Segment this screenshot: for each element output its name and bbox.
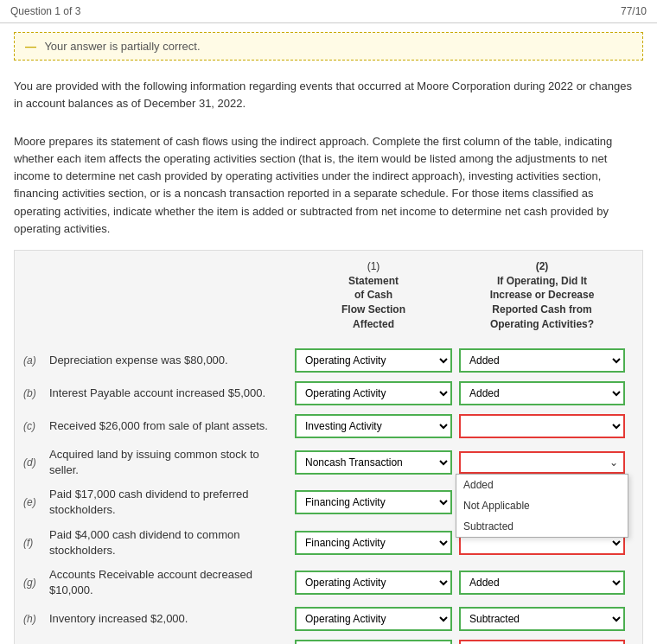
op-section-cell: AddedNot ApplicableSubtracted [456, 571, 628, 595]
op-menu-item[interactable]: Subtracted [456, 516, 628, 537]
col-op-header: (2) If Operating, Did It Increase or Dec… [456, 259, 628, 332]
op-section-select[interactable]: AddedNot ApplicableSubtracted [459, 640, 625, 644]
op-section-cell: AddedNot ApplicableSubtracted [456, 381, 628, 405]
cf-section-select[interactable]: Operating ActivityInvesting ActivityFina… [295, 531, 452, 555]
col2-line1: If Operating, Did It [497, 275, 587, 287]
row-description: Inventory increased $2,000. [49, 611, 291, 627]
cf-section-select[interactable]: Operating ActivityInvesting ActivityFina… [295, 640, 452, 644]
op-section-select[interactable]: AddedNot ApplicableSubtracted [459, 348, 625, 373]
table-row: (c)Received $26,000 from sale of plant a… [23, 410, 634, 443]
minus-icon: — [25, 40, 36, 53]
op-section-cell: AddedNot ApplicableSubtracted [456, 607, 628, 631]
table-row: (a)Depreciation expense was $80,000.Oper… [23, 344, 634, 377]
col1-line2: of Cash [354, 289, 392, 301]
col-cf-header: (1) Statement of Cash Flow Section Affec… [291, 259, 456, 332]
table-row: (d)Acquired land by issuing common stock… [23, 443, 634, 482]
op-section-cell: AddedNot ApplicableSubtracted [456, 348, 628, 373]
op-section-select[interactable]: AddedNot ApplicableSubtracted [459, 607, 625, 631]
row-description: Depreciation expense was $80,000. [49, 353, 291, 368]
cf-section-cell: Operating ActivityInvesting ActivityFina… [291, 348, 456, 373]
col1-line3: Flow Section [341, 303, 405, 316]
row-description: Received $26,000 from sale of plant asse… [49, 418, 291, 434]
row-description: Accounts Receivable account decreased $1… [49, 567, 291, 598]
banner-text: Your answer is partially correct. [44, 40, 200, 53]
table-row: (i)Received $100,000 from issuing bonds … [23, 635, 634, 644]
row-letter: (g) [23, 577, 49, 589]
cf-section-select[interactable]: Operating ActivityInvesting ActivityFina… [295, 450, 452, 475]
col-label-header [23, 259, 291, 332]
question-label: Question 1 of 3 [10, 5, 80, 17]
cf-section-cell: Operating ActivityInvesting ActivityFina… [291, 640, 456, 644]
col2-num: (2) [536, 260, 549, 272]
table-row: (g)Accounts Receivable account decreased… [23, 563, 634, 603]
op-section-select[interactable]: AddedNot ApplicableSubtracted [459, 571, 625, 595]
op-section-cell: AddedNot ApplicableSubtracted [456, 640, 628, 644]
cf-section-select[interactable]: Operating ActivityInvesting ActivityFina… [295, 348, 452, 373]
op-section-select[interactable]: AddedNot ApplicableSubtracted [459, 414, 625, 438]
cf-section-cell: Operating ActivityInvesting ActivityFina… [291, 450, 456, 475]
op-section-cell: ⌄AddedNot ApplicableSubtracted [456, 451, 628, 474]
row-letter: (a) [23, 354, 49, 367]
table-header: (1) Statement of Cash Flow Section Affec… [23, 259, 634, 337]
cf-section-select[interactable]: Operating ActivityInvesting ActivityFina… [295, 490, 452, 514]
cf-section-cell: Operating ActivityInvesting ActivityFina… [291, 607, 456, 631]
row-letter: (e) [23, 496, 49, 508]
row-letter: (d) [23, 456, 49, 469]
table-row: (h)Inventory increased $2,000.Operating … [23, 603, 634, 635]
main-table: (1) Statement of Cash Flow Section Affec… [14, 250, 643, 644]
cf-section-select[interactable]: Operating ActivityInvesting ActivityFina… [295, 414, 452, 438]
op-menu-item[interactable]: Added [456, 475, 628, 495]
row-description: Interest Payable account increased $5,00… [49, 386, 291, 401]
table-row: (b)Interest Payable account increased $5… [23, 377, 634, 410]
cf-section-cell: Operating ActivityInvesting ActivityFina… [291, 571, 456, 595]
col2-line3: Reported Cash from [492, 303, 591, 316]
op-menu-item[interactable]: Not Applicable [456, 495, 628, 516]
op-section-cell: AddedNot ApplicableSubtracted [456, 414, 628, 438]
op-section-select[interactable]: AddedNot ApplicableSubtracted [459, 381, 625, 405]
cf-section-cell: Operating ActivityInvesting ActivityFina… [291, 414, 456, 438]
row-description: Paid $17,000 cash dividend to preferred … [49, 487, 291, 518]
partial-correct-banner: — Your answer is partially correct. [14, 32, 643, 61]
cf-section-select[interactable]: Operating ActivityInvesting ActivityFina… [295, 381, 452, 405]
row-description: Paid $4,000 cash dividend to common stoc… [49, 527, 291, 558]
col1-line4: Affected [353, 318, 394, 330]
col2-line2: Increase or Decrease [490, 289, 595, 301]
col1-line1: Statement [348, 275, 399, 287]
intro-line2: Moore prepares its statement of cash flo… [14, 133, 643, 238]
row-letter: (f) [23, 537, 49, 549]
row-letter: (c) [23, 420, 49, 432]
cf-section-select[interactable]: Operating ActivityInvesting ActivityFina… [295, 607, 452, 631]
cf-section-cell: Operating ActivityInvesting ActivityFina… [291, 381, 456, 405]
rows-container: (a)Depreciation expense was $80,000.Oper… [23, 344, 634, 644]
cf-section-cell: Operating ActivityInvesting ActivityFina… [291, 490, 456, 514]
op-dropdown-trigger[interactable]: ⌄ [459, 451, 625, 474]
score-label: 77/10 [621, 5, 647, 17]
row-letter: (h) [23, 613, 49, 625]
col1-num: (1) [367, 260, 380, 272]
cf-section-cell: Operating ActivityInvesting ActivityFina… [291, 531, 456, 555]
row-letter: (b) [23, 387, 49, 399]
intro-line1: You are provided with the following info… [14, 78, 643, 112]
cf-section-select[interactable]: Operating ActivityInvesting ActivityFina… [295, 571, 452, 595]
col2-line4: Operating Activities? [490, 318, 594, 330]
row-description: Acquired land by issuing common stock to… [49, 447, 291, 478]
